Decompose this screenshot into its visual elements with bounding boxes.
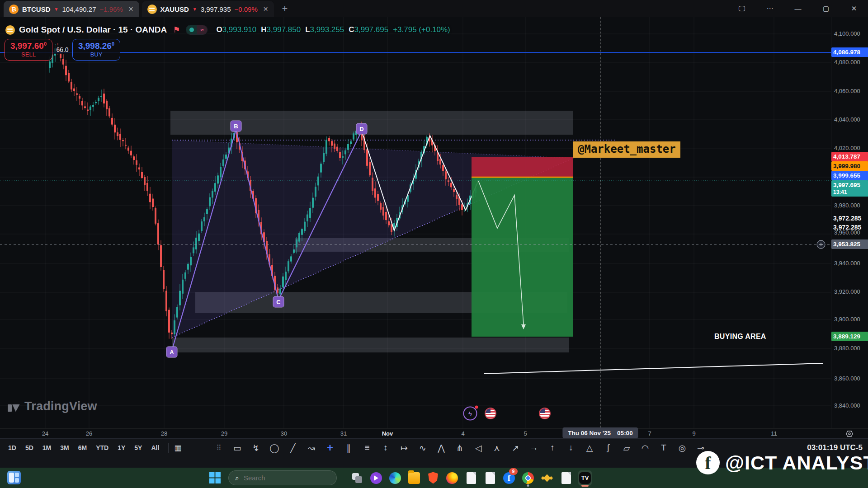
change-value: +3.795 (+0.10%) (393, 25, 450, 34)
sine-line-icon[interactable]: ∿ (415, 441, 430, 455)
taskbar-search[interactable]: ⌕ (228, 470, 337, 485)
document-icon[interactable] (464, 470, 478, 486)
go-to-date-icon[interactable]: ▦ (174, 443, 181, 453)
timeframe-1d[interactable]: 1D (5, 442, 20, 453)
arrow-tool-icon[interactable]: ↗ (508, 441, 523, 455)
add-tab-button[interactable]: + (282, 3, 288, 14)
maximize-button[interactable]: ▢ (812, 0, 840, 17)
sell-button[interactable]: 3,997.600 SELL (5, 39, 52, 61)
facebook-icon[interactable]: f9 (502, 470, 516, 486)
price-axis-label: 4,080.000 (834, 59, 860, 66)
disjoint-channel-icon[interactable]: ≡ (360, 441, 374, 455)
chrome-icon[interactable] (521, 470, 535, 486)
ellipse-tool-icon[interactable]: ◯ (267, 441, 282, 455)
trend-line-icon[interactable]: ╱ (286, 441, 300, 455)
arrows-pattern-icon[interactable]: ⋏ (490, 441, 504, 455)
more-menu-icon[interactable]: ⋯ (756, 0, 784, 17)
price-range-icon[interactable]: ↕ (378, 441, 393, 455)
badge-time: 05:00 (617, 430, 633, 436)
tab-xauusd[interactable]: XAUUSD ▼ 3,997.935 −0.09% ✕ (142, 1, 274, 17)
market-open-dot-icon (189, 28, 194, 32)
hexagon-settings-icon[interactable] (846, 430, 853, 437)
prediction-pattern-icon[interactable]: ◁ (471, 441, 486, 455)
timeframe-1m[interactable]: 1M (39, 442, 55, 453)
pin-icon[interactable]: ◎ (675, 441, 689, 455)
tradingview-window: ₿ BTCUSD ▼ 104,490.27 −1.96% ✕ XAUUSD ▼ … (0, 0, 868, 488)
task-view-icon[interactable] (350, 470, 364, 486)
monitor-icon[interactable]: 🖵 (728, 0, 756, 17)
clipchamp-glyph (370, 472, 382, 484)
start-button-icon[interactable] (209, 472, 221, 484)
arrow-up-icon[interactable]: ↑ (545, 441, 560, 455)
drag-handle-icon[interactable]: ⠿ (212, 441, 226, 455)
edge-icon[interactable] (388, 470, 402, 486)
time-axis-label: 11 (771, 430, 777, 437)
us-economic-event-icon[interactable] (539, 408, 551, 419)
crosshair-date-badge: Thu 06 Nov '2505:00 (562, 427, 638, 438)
symbol-title[interactable]: Gold Spot / U.S. Dollar · 15 · OANDA (19, 25, 167, 35)
curve-tool-icon[interactable]: ∫ (601, 441, 615, 455)
brave-icon[interactable] (426, 470, 440, 486)
timeframe-3m[interactable]: 3M (57, 442, 72, 453)
timeframe-5y[interactable]: 5Y (131, 442, 146, 453)
tradingview-app-icon[interactable]: TV (578, 470, 592, 486)
flag-canton (540, 408, 545, 413)
news-event-icon[interactable]: ϟ (463, 407, 477, 421)
zigzag-pattern-icon[interactable]: ↯ (249, 441, 263, 455)
search-input[interactable] (243, 474, 312, 482)
pattern-point-d: D (356, 123, 368, 135)
chart-canvas[interactable] (0, 0, 868, 488)
price-badge-green: 3,889.129 (831, 332, 868, 341)
close-tab-icon[interactable]: ✕ (263, 5, 269, 13)
date-range-icon[interactable]: ↦ (397, 441, 411, 455)
axis-settings-corner[interactable] (831, 428, 868, 439)
widgets-icon[interactable] (7, 471, 21, 484)
close-window-button[interactable]: ✕ (840, 0, 868, 17)
timeframe-5d[interactable]: 5D (22, 442, 37, 453)
polyline-tool-icon[interactable]: ↝ (304, 441, 319, 455)
tab-btcusd[interactable]: ₿ BTCUSD ▼ 104,490.27 −1.96% ✕ (4, 1, 139, 17)
highlighter-icon[interactable]: ▱ (619, 441, 634, 455)
badge-price: 3,999.655 (833, 172, 860, 179)
parallel-channel-icon[interactable]: ∥ (341, 441, 356, 455)
binance-glyph (541, 472, 553, 484)
elliott-wave-icon[interactable]: ⋀ (434, 441, 448, 455)
spread-value: 66.0 (52, 45, 72, 54)
file-explorer-icon[interactable] (407, 470, 421, 486)
close-tab-icon[interactable]: ✕ (128, 5, 134, 13)
arrow-down-icon[interactable]: ↓ (564, 441, 578, 455)
minimize-button[interactable]: — (784, 0, 812, 17)
folder-glyph (408, 472, 420, 484)
gold-icon (5, 25, 15, 35)
timeframe-1y[interactable]: 1Y (114, 442, 129, 453)
arc-tool-icon[interactable]: ◠ (638, 441, 652, 455)
price-axis-label: 4,060.000 (834, 88, 860, 94)
us-flag-glyph (485, 408, 496, 419)
timeframe-all[interactable]: All (147, 442, 163, 453)
clipchamp-icon[interactable] (369, 470, 383, 486)
buy-button[interactable]: 3,998.260 BUY (72, 39, 120, 61)
triangle-shape-icon[interactable]: △ (582, 441, 597, 455)
rectangle-tool-icon[interactable]: ▭ (230, 441, 245, 455)
tab-change: −0.09% (235, 5, 258, 13)
us-economic-event-icon[interactable] (485, 408, 496, 419)
text-tool-icon[interactable]: T (656, 441, 671, 455)
flag-icon[interactable]: ⚑ (173, 25, 180, 35)
arrow-marker-icon[interactable]: → (527, 441, 541, 455)
price-axis-label: 3,860.000 (834, 375, 860, 382)
document-icon[interactable] (483, 470, 497, 486)
pitchfork-pattern-icon[interactable]: ⋔ (453, 441, 467, 455)
crosshair-icon[interactable]: + (323, 441, 337, 455)
market-status-toggle[interactable]: ≈ (186, 25, 208, 35)
time-axis[interactable]: 242628293031Nov457911Thu 06 Nov '2505:00 (0, 428, 831, 439)
timeframe-6m[interactable]: 6M (75, 442, 90, 453)
binance-icon[interactable] (540, 470, 554, 486)
buying-area-label: BUYING AREA (714, 333, 766, 341)
pattern-point-b: B (231, 121, 242, 132)
price-axis[interactable]: 4,100.0004,080.0004,060.0004,040.0004,02… (831, 17, 868, 428)
time-axis-label: 28 (161, 430, 167, 437)
low-value: 3,993.255 (310, 25, 344, 34)
timeframe-ytd[interactable]: YTD (92, 442, 112, 453)
document-icon[interactable] (559, 470, 573, 486)
firefox-icon[interactable] (445, 470, 459, 486)
